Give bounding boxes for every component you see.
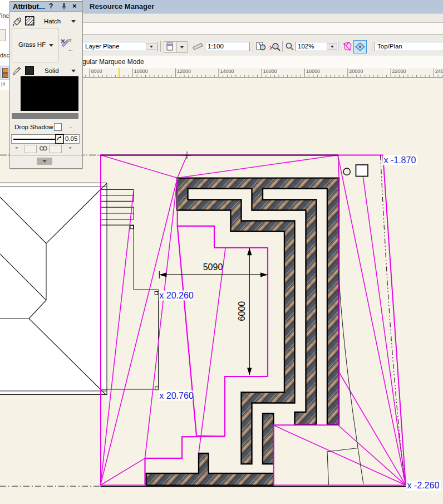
svg-text:...: ... (68, 46, 73, 51)
svg-text:24000: 24000 (435, 68, 443, 74)
svg-text:x 20.760: x 20.760 (159, 391, 193, 400)
svg-text:18000: 18000 (306, 68, 320, 74)
svg-text:22000: 22000 (392, 68, 406, 74)
svg-text:5090: 5090 (203, 262, 223, 272)
svg-text:20000: 20000 (349, 68, 363, 74)
svg-text:12000: 12000 (177, 68, 191, 74)
svg-text:6000: 6000 (237, 301, 247, 321)
svg-text:x -2.260: x -2.260 (407, 481, 440, 490)
svg-text:10000: 10000 (134, 68, 148, 74)
svg-text:14000: 14000 (220, 68, 234, 74)
svg-text:16000: 16000 (263, 68, 277, 74)
svg-text:x -1.870: x -1.870 (384, 155, 416, 165)
svg-text:8000: 8000 (91, 68, 102, 74)
svg-text:x 20.260: x 20.260 (159, 291, 193, 300)
